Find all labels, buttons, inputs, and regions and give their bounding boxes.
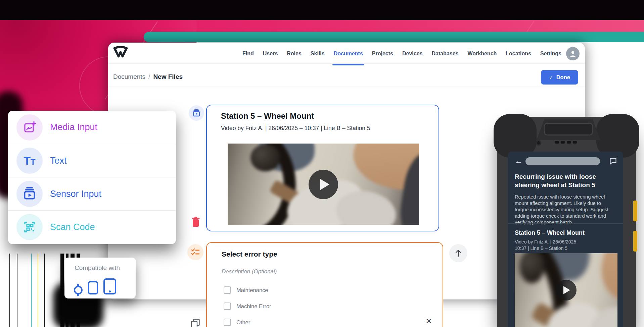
issue-description: Repeated issue with loose steering wheel… xyxy=(515,194,615,226)
chat-icon[interactable] xyxy=(609,157,617,165)
device-speaker-grille xyxy=(555,141,577,144)
palette-item-label: Sensor Input xyxy=(50,189,101,199)
nav-item-locations[interactable]: Locations xyxy=(506,51,531,57)
description-placeholder[interactable]: Description (Optional) xyxy=(222,268,277,275)
check-icon: ✓ xyxy=(549,74,553,80)
media-card: Station 5 – Wheel Mount Video by Fritz A… xyxy=(206,105,439,231)
decor-line xyxy=(17,254,17,327)
checkbox-label: Machine Error xyxy=(236,303,271,310)
sensor-input-icon xyxy=(16,181,43,207)
phone-video-meta: Video by Fritz A. | 26/06/2025 10:37 | L… xyxy=(515,239,576,252)
arrow-up-icon xyxy=(455,249,462,257)
nav-divider xyxy=(108,63,585,64)
device-side-button[interactable] xyxy=(633,231,637,252)
palette-item-sensor-input[interactable]: Sensor Input xyxy=(8,177,176,210)
person-icon xyxy=(569,50,577,58)
decor-line xyxy=(9,254,10,327)
phone-video-still-art xyxy=(515,253,617,327)
tooltip-title: Compatible with xyxy=(75,264,120,272)
tooltip-device-icons xyxy=(74,278,116,294)
marketing-composite: Find Users Roles Skills Documents Projec… xyxy=(0,0,644,327)
decor-line-yellow xyxy=(38,254,38,327)
decor-line-cyan xyxy=(31,254,32,327)
palette-item-media-input[interactable]: Media Input xyxy=(8,111,176,144)
breadcrumb-separator: / xyxy=(148,73,150,80)
decor-teal-band xyxy=(144,32,644,42)
done-button-label: Done xyxy=(556,74,570,80)
nav-item-settings[interactable]: Settings xyxy=(540,51,561,57)
watch-icon xyxy=(74,286,83,294)
device-bumper xyxy=(494,114,537,158)
phone-video-meta-line2: 10:37 | Line B – Station 5 xyxy=(515,245,576,252)
checkbox-row-machine-error[interactable]: Machine Error xyxy=(224,303,271,310)
text-icon: TT xyxy=(16,148,43,174)
palette-item-scan-code[interactable]: Scan Code xyxy=(8,210,176,243)
checkbox-label: Other xyxy=(236,319,250,326)
play-icon xyxy=(563,286,570,294)
checkbox-machine-error[interactable] xyxy=(224,303,231,310)
breadcrumb-documents[interactable]: Documents xyxy=(113,73,145,80)
breadcrumb-divider xyxy=(108,87,585,87)
scan-code-icon xyxy=(16,214,43,240)
scroll-top-button[interactable] xyxy=(449,244,467,262)
device-scan-window xyxy=(544,123,593,135)
palette-item-label: Media Input xyxy=(50,122,97,132)
decor-black-top-band xyxy=(0,0,644,21)
device-bumper xyxy=(596,114,639,158)
phone-video-meta-line1: Video by Fritz A. | 26/06/2025 xyxy=(515,239,576,245)
checkbox-row-maintenance[interactable]: Maintenance xyxy=(224,286,268,294)
palette-item-label: Scan Code xyxy=(50,222,95,232)
device-side-button[interactable] xyxy=(633,201,637,221)
compatible-with-tooltip: Compatible with xyxy=(64,258,136,298)
duplicate-block-icon[interactable] xyxy=(191,319,200,327)
media-card-title: Station 5 – Wheel Mount xyxy=(221,111,314,121)
block-palette-panel: Media Input TT Text Sensor Input xyxy=(8,111,176,244)
phone-video-thumbnail[interactable] xyxy=(515,253,617,327)
video-still-art xyxy=(228,144,419,225)
error-card-title: Select error type xyxy=(222,250,277,258)
smartphone-icon xyxy=(88,281,98,294)
nav-item-find[interactable]: Find xyxy=(242,51,254,57)
sensor-input-block-icon[interactable] xyxy=(189,105,204,121)
nav-item-skills[interactable]: Skills xyxy=(311,51,325,57)
breadcrumb-current: New Files xyxy=(153,73,183,80)
nav-item-workbench[interactable]: Workbench xyxy=(467,51,497,57)
error-type-card: Select error type Description (Optional)… xyxy=(206,242,443,327)
nav-item-roles[interactable]: Roles xyxy=(287,51,302,57)
top-navigation: Find Users Roles Skills Documents Projec… xyxy=(232,48,561,60)
issue-title: Recurring issue with loose steering whee… xyxy=(515,172,602,189)
close-icon[interactable]: × xyxy=(424,316,434,326)
checkbox-maintenance[interactable] xyxy=(224,286,231,294)
nav-item-documents[interactable]: Documents xyxy=(334,51,363,57)
play-icon xyxy=(320,179,329,190)
video-thumbnail[interactable] xyxy=(228,144,419,225)
checkbox-label: Maintenance xyxy=(236,287,268,293)
phone-video-title: Station 5 – Wheel Mount xyxy=(515,229,585,236)
media-card-meta: Video by Fritz A. | 26/06/2025 – 10:37 |… xyxy=(221,125,370,132)
user-avatar[interactable] xyxy=(566,47,580,60)
play-button[interactable] xyxy=(309,170,338,199)
nav-item-projects[interactable]: Projects xyxy=(372,51,393,57)
device-camera-icon xyxy=(536,140,541,146)
play-button[interactable] xyxy=(556,280,577,301)
breadcrumb: Documents / New Files xyxy=(113,73,183,80)
nav-item-users[interactable]: Users xyxy=(263,51,278,57)
palette-item-text[interactable]: TT Text xyxy=(8,144,176,177)
app-logo-icon[interactable] xyxy=(113,46,128,61)
decor-line xyxy=(44,254,45,327)
delete-block-icon[interactable] xyxy=(191,217,200,227)
screen-divider xyxy=(508,223,623,224)
nav-item-databases[interactable]: Databases xyxy=(431,51,458,57)
tablet-icon xyxy=(103,278,116,294)
media-input-icon xyxy=(16,114,43,141)
checkbox-other[interactable] xyxy=(224,319,231,326)
nav-item-devices[interactable]: Devices xyxy=(402,51,423,57)
done-button[interactable]: ✓ Done xyxy=(541,70,578,85)
palette-item-label: Text xyxy=(50,156,67,166)
checkbox-row-other[interactable]: Other xyxy=(224,319,250,326)
screen-title-pill xyxy=(525,157,600,165)
device-screen: ← Recurring issue with loose steering wh… xyxy=(508,152,623,327)
checklist-block-icon[interactable] xyxy=(187,244,203,260)
back-arrow-icon[interactable]: ← xyxy=(515,157,523,165)
